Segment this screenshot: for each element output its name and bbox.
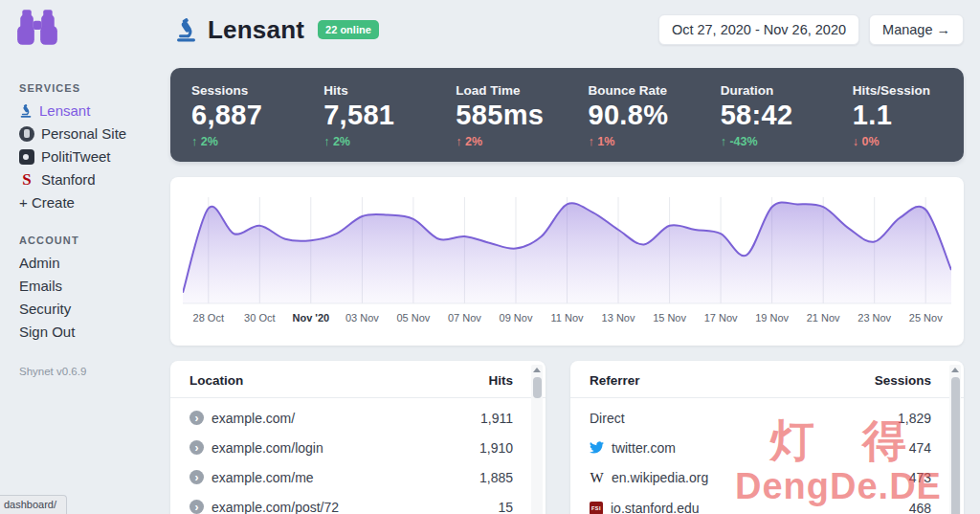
chart-area xyxy=(183,197,951,304)
x-tick-label: 25 Nov xyxy=(909,312,943,324)
row-value: 15 xyxy=(498,500,513,514)
location-scrollbar[interactable] xyxy=(531,365,543,514)
nav-heading-services: SERVICES xyxy=(19,82,163,94)
stat-load-time: Load Time585ms↑ 2% xyxy=(434,68,567,162)
value-header: Hits xyxy=(488,373,513,388)
x-tick-label: 09 Nov xyxy=(500,312,533,324)
stat-duration: Duration58:42↑ -43% xyxy=(700,68,832,162)
stat-hits: Hits7,581↑ 2% xyxy=(302,68,434,162)
sidebar-item-label: Security xyxy=(19,301,71,317)
row-label: ›example.com/ xyxy=(189,411,295,426)
link-preview-tooltip: dashboard/ xyxy=(0,495,67,514)
main-content: Lensant 22 online Oct 27, 2020 - Nov 26,… xyxy=(170,0,964,514)
sidebar-item-polititweet[interactable]: PolitiTweet xyxy=(19,148,163,165)
page-title: Lensant xyxy=(208,15,304,45)
binoculars-icon xyxy=(14,9,60,47)
referrer-scrollbar[interactable] xyxy=(949,365,961,514)
date-range-button[interactable]: Oct 27, 2020 - Nov 26, 2020 xyxy=(658,14,859,45)
table-row[interactable]: ›example.com/login1,910 xyxy=(170,433,546,462)
stats-bar: Sessions6,887↑ 2%Hits7,581↑ 2%Load Time5… xyxy=(170,68,964,162)
stat-value: 90.8% xyxy=(589,100,700,131)
traffic-area-chart xyxy=(183,197,951,304)
stat-value: 585ms xyxy=(456,100,567,131)
nav-section-account: ACCOUNT Admin Emails Security Sign Out xyxy=(19,235,163,340)
chart-x-labels: 28 Oct30 OctNov '2003 Nov05 Nov07 Nov09 … xyxy=(183,312,951,327)
sidebar: SERVICES Lensant Personal Site PolitiTwe… xyxy=(0,0,168,514)
sidebar-item-stanford[interactable]: S Stanford xyxy=(19,171,163,188)
sidebar-item-label: + Create xyxy=(19,194,75,211)
row-value: 1,829 xyxy=(898,411,931,426)
sidebar-item-label: Emails xyxy=(19,278,62,294)
stat-delta: ↑ 2% xyxy=(456,135,567,148)
x-tick-label: 07 Nov xyxy=(448,312,481,324)
table-row[interactable]: ›example.com/1,911 xyxy=(170,403,546,433)
avatar-icon xyxy=(19,126,34,142)
sidebar-item-security[interactable]: Security xyxy=(19,301,163,317)
table-row[interactable]: ›example.com/me1,885 xyxy=(170,462,546,492)
sidebar-item-emails[interactable]: Emails xyxy=(19,278,163,294)
sidebar-item-sign-out[interactable]: Sign Out xyxy=(19,324,163,340)
sidebar-item-create[interactable]: + Create xyxy=(19,194,163,211)
stat-value: 1.1 xyxy=(853,100,964,131)
table-row[interactable]: ›example.com/post/7215 xyxy=(170,492,546,514)
row-label: ›example.com/login xyxy=(189,440,323,456)
scrollbar-thumb[interactable] xyxy=(533,377,542,398)
table-row[interactable]: Wen.wikipedia.org473 xyxy=(570,462,964,493)
stat-label: Sessions xyxy=(191,83,302,98)
app-version: Shynet v0.6.9 xyxy=(19,366,86,377)
stat-label: Duration xyxy=(721,83,832,98)
camera-icon xyxy=(19,149,34,165)
stat-delta: ↑ 2% xyxy=(191,135,302,148)
chart-card: 28 Oct30 OctNov '2003 Nov05 Nov07 Nov09 … xyxy=(170,177,964,346)
x-tick-label: 11 Nov xyxy=(550,312,583,324)
row-label: FSIio.stanford.edu xyxy=(590,501,700,514)
sidebar-item-label: Lensant xyxy=(39,102,90,119)
row-value: 474 xyxy=(909,440,931,456)
stat-value: 6,887 xyxy=(191,100,302,131)
sidebar-item-label: PolitiTweet xyxy=(41,148,111,165)
x-tick-label: 03 Nov xyxy=(345,312,379,324)
row-value: 1,910 xyxy=(479,440,513,456)
x-tick-label: Nov '20 xyxy=(292,312,329,324)
sidebar-item-label: Stanford xyxy=(41,171,96,188)
x-tick-label: 19 Nov xyxy=(755,312,789,324)
chevron-circle-icon: › xyxy=(189,500,204,514)
table-row[interactable]: twitter.com474 xyxy=(570,433,964,462)
stat-delta: ↑ -43% xyxy=(721,135,832,148)
value-header: Sessions xyxy=(875,373,931,388)
row-value: 1,911 xyxy=(480,411,513,426)
scrollbar-thumb[interactable] xyxy=(951,377,960,514)
sidebar-item-admin[interactable]: Admin xyxy=(19,255,163,271)
x-tick-label: 05 Nov xyxy=(396,312,430,324)
stat-label: Load Time xyxy=(456,83,567,98)
row-label: Wen.wikipedia.org xyxy=(590,470,708,486)
row-label: twitter.com xyxy=(590,440,676,456)
wikipedia-icon: W xyxy=(590,470,604,486)
referrer-card: Referrer Sessions Direct1,829twitter.com… xyxy=(570,361,964,514)
manage-button[interactable]: Manage → xyxy=(869,14,964,45)
twitter-icon xyxy=(590,440,604,455)
stat-delta: ↓ 0% xyxy=(853,135,964,148)
x-tick-label: 21 Nov xyxy=(807,312,840,324)
stat-sessions: Sessions6,887↑ 2% xyxy=(170,68,302,162)
scroll-up-arrow-icon[interactable] xyxy=(533,368,541,372)
fsi-icon: FSI xyxy=(590,502,603,514)
sidebar-item-label: Sign Out xyxy=(19,324,75,340)
table-row[interactable]: FSIio.stanford.edu468 xyxy=(570,493,964,514)
scroll-up-arrow-icon[interactable] xyxy=(951,368,959,372)
row-value: 1,885 xyxy=(479,470,513,485)
sidebar-item-lensant[interactable]: Lensant xyxy=(19,102,163,119)
location-table-rows: ›example.com/1,911›example.com/login1,91… xyxy=(170,398,546,514)
sidebar-item-label: Admin xyxy=(19,255,60,271)
x-tick-label: 15 Nov xyxy=(653,312,686,324)
stat-hits-session: Hits/Session1.1↓ 0% xyxy=(832,68,964,162)
stat-delta: ↑ 2% xyxy=(323,135,434,148)
row-value: 468 xyxy=(909,501,931,514)
app-logo[interactable] xyxy=(14,9,60,51)
sidebar-item-label: Personal Site xyxy=(41,125,126,142)
sidebar-item-personal-site[interactable]: Personal Site xyxy=(19,125,163,142)
row-label: ›example.com/post/72 xyxy=(189,500,339,514)
nav-heading-account: ACCOUNT xyxy=(19,235,163,246)
nav-section-services: SERVICES Lensant Personal Site PolitiTwe… xyxy=(19,82,163,211)
table-row[interactable]: Direct1,829 xyxy=(570,403,964,433)
